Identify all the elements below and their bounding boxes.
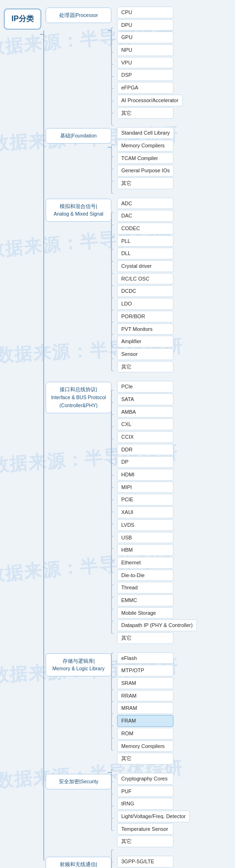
leaf-item: Amplifier xyxy=(117,336,173,347)
items-col-memory: eFlashMTP/OTPSRAMRRAMMRAMFRAMROMMemory C… xyxy=(114,652,231,764)
leaf-item: 其它 xyxy=(117,361,173,373)
leaf-item: Standard Cell Library xyxy=(117,127,174,139)
leaf-item: Die-to-Die xyxy=(117,570,173,581)
leaf-item: SRAM xyxy=(117,677,173,689)
leaf-item: FRAM xyxy=(117,715,173,727)
mindmap-content: IP分类 处理器|ProcessorCPUDPUGPUNPUVPUDSPeFPG… xyxy=(0,0,235,868)
leaf-item: SATA xyxy=(117,394,173,405)
category-row-interface: 接口和总线协议|Interface & BUS Protocol(Control… xyxy=(41,381,231,643)
category-mid-interface: 接口和总线协议|Interface & BUS Protocol(Control… xyxy=(41,381,114,413)
leaf-item: LVDS xyxy=(117,519,173,531)
leaf-item: NPU xyxy=(117,44,173,56)
category-node-interface: 接口和总线协议|Interface & BUS Protocol(Control… xyxy=(46,382,111,413)
leaf-item: HDMI xyxy=(117,469,173,481)
categories-list: 处理器|ProcessorCPUDPUGPUNPUVPUDSPeFPGAAI P… xyxy=(41,7,231,868)
category-node-security: 安全加密|Security xyxy=(46,774,111,789)
category-node-memory: 存储与逻辑库|Memory & Logic Library xyxy=(46,653,111,677)
items-col-analog: ADCDACCODECPLLDLLCrystal driverRC/LC OSC… xyxy=(114,198,231,373)
leaf-item: GPU xyxy=(117,32,173,43)
leaf-item: MTP/OTP xyxy=(117,665,173,676)
category-node-rf: 射频和无线通信|RF & Wireless Communication xyxy=(46,857,111,868)
items-col-security: Cryptography CoresPUFtRNGLight/Voltage/F… xyxy=(114,773,231,847)
leaf-item: Ethernet xyxy=(117,557,173,569)
leaf-item: CODEC xyxy=(117,223,173,234)
category-row-rf: 射频和无线通信|RF & Wireless Communication3GPP-… xyxy=(41,856,231,868)
category-mid-memory: 存储与逻辑库|Memory & Logic Library xyxy=(41,652,114,677)
items-col-foundation: Standard Cell LibraryMemory CompilersTCA… xyxy=(114,127,231,189)
leaf-item: RRAM xyxy=(117,690,173,702)
leaf-item: General Purpose IOs xyxy=(117,165,174,177)
leaf-item: DP xyxy=(117,456,173,468)
leaf-item: Light/Voltage/Freq. Detector xyxy=(117,811,190,822)
leaf-item: eFPGA xyxy=(117,82,173,94)
category-row-foundation: 基础|FoundationStandard Cell LibraryMemory… xyxy=(41,127,231,189)
leaf-item: 其它 xyxy=(117,177,173,189)
leaf-item: Cryptography Cores xyxy=(117,773,173,785)
leaf-item: Temperature Sensor xyxy=(117,823,173,835)
leaf-item: LDO xyxy=(117,298,173,310)
items-col-rf: 3GPP-5G/LTEWiFiBluetoothZigbeeNB-IoTSub-… xyxy=(114,856,231,868)
categories-col: 处理器|ProcessorCPUDPUGPUNPUVPUDSPeFPGAAI P… xyxy=(41,7,231,868)
leaf-item: PVT Monitors xyxy=(117,323,173,335)
leaf-item: Datapath IP (PHY & Controller) xyxy=(117,619,197,631)
leaf-item: POR/BOR xyxy=(117,311,173,322)
leaf-item: tRNG xyxy=(117,798,173,810)
leaf-item: TCAM Compiler xyxy=(117,153,173,164)
items-col-interface: PCIeSATAAMBACXLCCIXDDRDPHDMIMIPIPCIEXAUI… xyxy=(114,381,231,643)
items-col-processor: CPUDPUGPUNPUVPUDSPeFPGAAI Processor/Acce… xyxy=(114,7,231,119)
ip-main-col: IP分类 xyxy=(4,7,41,30)
page-wrapper: 数据来源：半导体综研 数据来源：半导体综研 数据来源：半导体综研 数据来源：半导… xyxy=(0,0,235,868)
leaf-item: PCIE xyxy=(117,494,173,506)
leaf-item: Mobile Storage xyxy=(117,607,173,619)
leaf-item: DDR xyxy=(117,444,173,456)
leaf-item: VPU xyxy=(117,57,173,69)
category-mid-analog: 模拟和混合信号|Analog & Mixed Signal xyxy=(41,198,114,222)
leaf-item: ROM xyxy=(117,728,173,739)
leaf-item: AI Processor/Accelerator xyxy=(117,95,183,106)
leaf-item: ADC xyxy=(117,198,173,209)
rows-container: IP分类 处理器|ProcessorCPUDPUGPUNPUVPUDSPeFPG… xyxy=(4,7,231,868)
leaf-item: 其它 xyxy=(117,107,173,119)
ip-label-text: IP分类 xyxy=(11,15,33,23)
leaf-item: CCIX xyxy=(117,431,173,443)
leaf-item: PLL xyxy=(117,235,173,247)
leaf-item: DCDC xyxy=(117,285,173,297)
leaf-item: HBM xyxy=(117,544,173,556)
leaf-item: Thread xyxy=(117,582,173,594)
leaf-item: 3GPP-5G/LTE xyxy=(117,856,173,868)
leaf-item: USB xyxy=(117,532,173,544)
category-mid-foundation: 基础|Foundation xyxy=(41,127,114,144)
mindmap-container: IP分类 处理器|ProcessorCPUDPUGPUNPUVPUDSPeFPG… xyxy=(4,7,231,868)
leaf-item: 其它 xyxy=(117,632,173,644)
leaf-item: DSP xyxy=(117,69,173,81)
category-node-processor: 处理器|Processor xyxy=(46,8,111,23)
leaf-item: 其它 xyxy=(117,836,173,847)
category-node-foundation: 基础|Foundation xyxy=(46,128,111,144)
category-row-processor: 处理器|ProcessorCPUDPUGPUNPUVPUDSPeFPGAAI P… xyxy=(41,7,231,119)
leaf-item: Memory Compilers xyxy=(117,140,173,152)
leaf-item: CPU xyxy=(117,7,173,18)
category-node-analog: 模拟和混合信号|Analog & Mixed Signal xyxy=(46,199,111,222)
category-row-analog: 模拟和混合信号|Analog & Mixed SignalADCDACCODEC… xyxy=(41,198,231,373)
leaf-item: Sensor xyxy=(117,348,173,360)
leaf-item: AMBA xyxy=(117,406,173,418)
leaf-item: 其它 xyxy=(117,753,173,764)
leaf-item: XAUI xyxy=(117,506,173,518)
leaf-item: Crystal driver xyxy=(117,260,173,272)
ip-category-label: IP分类 xyxy=(4,8,41,30)
leaf-item: RC/LC OSC xyxy=(117,273,173,285)
leaf-item: PCIe xyxy=(117,381,173,393)
leaf-item: DLL xyxy=(117,248,173,259)
leaf-item: CXL xyxy=(117,418,173,430)
ip-main-row: IP分类 处理器|ProcessorCPUDPUGPUNPUVPUDSPeFPG… xyxy=(4,7,231,868)
leaf-item: MRAM xyxy=(117,702,173,714)
category-row-security: 安全加密|SecurityCryptography CoresPUFtRNGLi… xyxy=(41,773,231,847)
category-mid-security: 安全加密|Security xyxy=(41,773,114,789)
category-mid-processor: 处理器|Processor xyxy=(41,7,114,23)
leaf-item: eFlash xyxy=(117,652,173,664)
leaf-item: MIPI xyxy=(117,482,173,493)
category-row-memory: 存储与逻辑库|Memory & Logic LibraryeFlashMTP/O… xyxy=(41,652,231,764)
leaf-item: Memory Compilers xyxy=(117,740,173,752)
leaf-item: EMMC xyxy=(117,595,173,606)
category-mid-rf: 射频和无线通信|RF & Wireless Communication xyxy=(41,856,114,868)
